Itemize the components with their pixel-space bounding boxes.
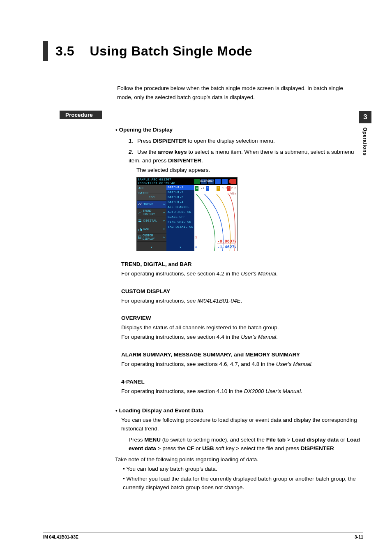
section-title-row: 3.5 Using Batch Single Mode (43, 41, 363, 61)
menu-item-custom: CUSTOM DISPLAY▸ (137, 234, 166, 242)
axis-12: 1.2 (222, 186, 227, 191)
submenu-tag-detail: TAG DETAIL ON (166, 224, 194, 229)
loading-steps: Press MENU (to switch to setting mode), … (129, 436, 363, 453)
alarm-section-body: For operating instructions, see sections… (121, 360, 363, 369)
submenu-fine-grid: FINE GRID ON (166, 220, 194, 224)
bar-icon (138, 227, 142, 231)
loading-take-note: Take note of the following points regard… (115, 456, 363, 464)
overview-body2-italic: User's Manual (241, 334, 276, 340)
alarm-icon (229, 179, 236, 184)
status-icon-green (194, 179, 200, 184)
svg-rect-6 (141, 229, 142, 231)
load-loaddisp: Load display data (292, 437, 339, 443)
menu-label-custom: CUSTOM DISPLAY (143, 234, 162, 240)
device-left-header: ALL BATCH (137, 185, 166, 194)
channel-tag-1: 1 (227, 186, 231, 191)
menu-label-digital: DIGITAL (143, 218, 157, 223)
section-heading: Using Batch Single Mode (90, 44, 253, 58)
chevron-right-icon: ▸ (163, 202, 165, 207)
loading-bullet-2: Whether you load the data for the curren… (123, 475, 363, 492)
chevron-right-icon: ▸ (163, 218, 165, 223)
panel-section-head: 4-PANEL (121, 378, 363, 386)
side-tab: 3 Operations (359, 111, 371, 155)
footer-page-number: 3-11 (355, 534, 363, 539)
submenu-batch1-4: BATCH1-4 (166, 200, 194, 205)
left-header-1: ALL (138, 186, 144, 190)
device-topbar: SAMPLE-ABC-081207 2008/12/01 08:25:40 DI… (137, 178, 237, 185)
intro-paragraph: Follow the procedure below when the batc… (117, 84, 347, 102)
load-gt2: > press the (156, 445, 187, 451)
load-pre: Press (129, 437, 144, 443)
menu-item-trend: TREND▸ (137, 201, 166, 209)
axis-20: 2.0 (231, 186, 236, 191)
value1-unit: V (235, 240, 236, 243)
camera-icon (215, 179, 221, 184)
submenu-auto-zone: AUTO ZONE ON (166, 210, 194, 215)
svg-rect-2 (138, 221, 140, 222)
disp-label-icon: DISP (201, 179, 207, 184)
load-menu: MENU (144, 437, 161, 443)
device-left-panel: ALL BATCH ESC TREND▸ TREND HISTORY▸ (137, 185, 166, 251)
trend-body-pre: For operating instructions, see section … (121, 271, 241, 277)
loading-heading: Loading Display and Event Data (121, 407, 363, 415)
section-number: 3.5 (55, 44, 74, 58)
load-dispenter: DISP/ENTER (301, 445, 334, 451)
device-screen: SAMPLE-ABC-081207 2008/12/01 08:25:40 DI… (136, 177, 238, 251)
device-sample-id: SAMPLE-ABC-081207 (138, 178, 194, 181)
opening-display-heading: Opening the Display (121, 126, 363, 134)
page: 3.5 Using Batch Single Mode Follow the p… (0, 0, 392, 555)
loading-bullet-1: You can load any batch group's data. (123, 465, 363, 474)
submenu-batch1-1: BATCH1-1 (166, 185, 194, 190)
device-screenshot: SAMPLE-ABC-081207 2008/12/01 08:25:40 DI… (136, 177, 363, 251)
step-2: 2. Use the arrow keys to select a menu i… (129, 148, 363, 165)
step-1-bold: DISP/ENTER (153, 138, 186, 144)
trend-history-icon (138, 210, 142, 215)
trend-icon (138, 202, 142, 206)
procedure-label: Procedure (60, 111, 102, 119)
footer-doc-id: IM 04L41B01-03E (43, 534, 78, 539)
svg-rect-1 (140, 220, 141, 220)
load-gt1: > (286, 437, 292, 443)
custom-section-body: For operating instructions, see IM04L41B… (121, 297, 363, 305)
device-body: ALL BATCH ESC TREND▸ TREND HISTORY▸ (137, 185, 237, 251)
interval-label-icon: 5min (208, 179, 214, 184)
load-cf: CF (187, 445, 194, 451)
menu-label-trend: TREND (143, 202, 153, 207)
loading-intro: You can use the following procedure to l… (121, 416, 363, 433)
channel-label-3: 3 (195, 236, 197, 240)
channel-tag-4: 4 (195, 186, 198, 191)
step-2-text-post2: . (201, 157, 203, 164)
svg-rect-5 (140, 228, 141, 231)
custom-display-icon (138, 235, 141, 239)
submenu-all-channel: ALL CHANNEL (166, 205, 194, 210)
device-left-down-arrow: ▾ (137, 245, 166, 251)
value2-unit: V (235, 246, 236, 249)
value1-num: -0.0697 (217, 239, 235, 244)
page-footer: IM 04L41B01-03E 3-11 (43, 532, 363, 539)
menu-label-bar: BAR (143, 227, 149, 231)
channel-tag-2: 2 (217, 186, 220, 191)
title-accent-bar (43, 41, 48, 61)
submenu-batch1-3: BATCH1-3 (166, 195, 194, 200)
trend-body-italic: User's Manual (241, 271, 276, 277)
content-area: Opening the Display 1. Press DISP/ENTER … (121, 126, 363, 492)
step-1-text-pre: Press (137, 138, 153, 144)
trend-section-body: For operating instructions, see section … (121, 270, 363, 278)
section-title: 3.5 Using Batch Single Mode (55, 41, 252, 61)
channel-label-6: 6 (195, 245, 197, 250)
submenu-scale-off: SCALE OFF (166, 215, 194, 220)
menu-item-digital: DIGITAL▸ (137, 217, 166, 225)
load-mid2: soft key > select the file and press (214, 445, 300, 451)
loading-bullet-1-text: You can load any batch group's data. (126, 466, 217, 472)
device-esc: ESC (137, 194, 166, 201)
load-usb: USB (202, 445, 214, 451)
step-1: 1. Press DISP/ENTER to open the display … (129, 137, 363, 146)
chevron-right-icon: ▸ (163, 210, 165, 215)
loading-bullet-2-text: Whether you load the data for the curren… (123, 476, 356, 490)
trend-value-2: -1.4627V (217, 244, 236, 251)
alarm-section-head: ALARM SUMMARY, MESSAGE SUMMARY, and MEMO… (121, 351, 363, 359)
overview-body-1: Displays the status of all channels regi… (121, 324, 363, 332)
device-datetime: 2008/12/01 08:25:40 (138, 181, 194, 185)
device-mid-down-arrow: ▾ (166, 245, 194, 251)
svg-rect-4 (138, 229, 139, 231)
